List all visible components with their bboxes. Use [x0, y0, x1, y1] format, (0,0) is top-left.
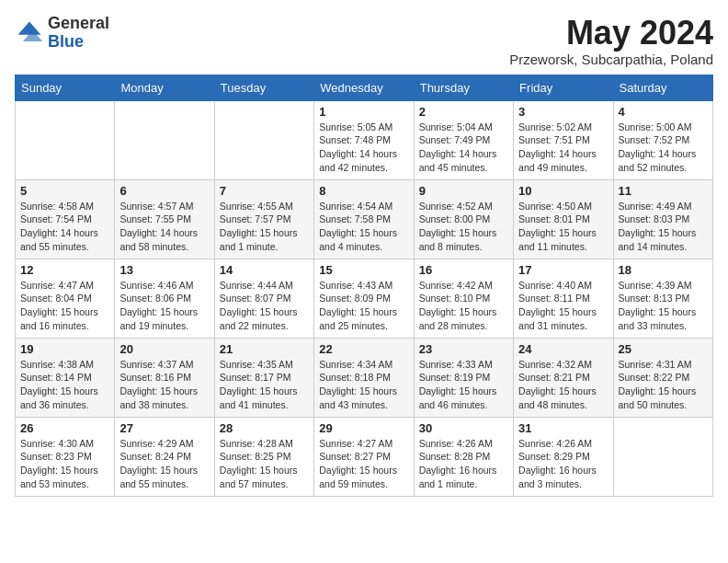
day-info: Sunrise: 4:43 AM Sunset: 8:09 PM Dayligh… — [319, 279, 408, 333]
calendar-cell: 23Sunrise: 4:33 AM Sunset: 8:19 PM Dayli… — [414, 338, 513, 417]
day-number: 24 — [518, 342, 608, 356]
day-info: Sunrise: 5:05 AM Sunset: 7:48 PM Dayligh… — [319, 121, 408, 175]
logo-blue-text: Blue — [48, 32, 84, 51]
calendar-cell: 4Sunrise: 5:00 AM Sunset: 7:52 PM Daylig… — [613, 100, 712, 179]
logo-general-text: General — [48, 14, 109, 32]
weekday-header-friday: Friday — [514, 75, 613, 100]
month-title: May 2024 — [509, 15, 713, 52]
calendar-cell: 29Sunrise: 4:27 AM Sunset: 8:27 PM Dayli… — [314, 417, 414, 496]
day-info: Sunrise: 4:50 AM Sunset: 8:01 PM Dayligh… — [518, 200, 608, 254]
day-info: Sunrise: 4:38 AM Sunset: 8:14 PM Dayligh… — [20, 358, 109, 412]
day-number: 3 — [518, 105, 608, 119]
day-info: Sunrise: 4:55 AM Sunset: 7:57 PM Dayligh… — [220, 200, 309, 254]
day-number: 17 — [518, 263, 608, 277]
day-info: Sunrise: 4:33 AM Sunset: 8:19 PM Dayligh… — [419, 358, 508, 412]
weekday-header-tuesday: Tuesday — [214, 75, 313, 100]
calendar-week-row: 12Sunrise: 4:47 AM Sunset: 8:04 PM Dayli… — [16, 259, 713, 338]
day-number: 20 — [119, 342, 209, 356]
calendar-cell: 5Sunrise: 4:58 AM Sunset: 7:54 PM Daylig… — [16, 179, 115, 259]
calendar-cell: 25Sunrise: 4:31 AM Sunset: 8:22 PM Dayli… — [613, 338, 712, 417]
day-info: Sunrise: 4:29 AM Sunset: 8:24 PM Dayligh… — [119, 437, 209, 491]
day-number: 4 — [619, 105, 708, 119]
day-number: 1 — [319, 105, 408, 119]
calendar-table: SundayMondayTuesdayWednesdayThursdayFrid… — [15, 75, 713, 497]
day-number: 5 — [20, 184, 109, 198]
calendar-cell: 11Sunrise: 4:49 AM Sunset: 8:03 PM Dayli… — [613, 179, 712, 259]
day-number: 21 — [220, 342, 309, 356]
day-number: 9 — [419, 184, 508, 198]
calendar-cell — [16, 100, 115, 179]
day-info: Sunrise: 4:49 AM Sunset: 8:03 PM Dayligh… — [619, 200, 708, 254]
day-number: 13 — [119, 263, 209, 277]
calendar-cell: 12Sunrise: 4:47 AM Sunset: 8:04 PM Dayli… — [16, 259, 115, 338]
day-number: 6 — [119, 184, 209, 198]
day-number: 23 — [419, 342, 508, 356]
day-number: 8 — [319, 184, 408, 198]
calendar-cell: 1Sunrise: 5:05 AM Sunset: 7:48 PM Daylig… — [314, 100, 414, 179]
calendar-cell: 26Sunrise: 4:30 AM Sunset: 8:23 PM Dayli… — [16, 417, 115, 496]
day-info: Sunrise: 4:52 AM Sunset: 8:00 PM Dayligh… — [419, 200, 508, 254]
day-info: Sunrise: 4:31 AM Sunset: 8:22 PM Dayligh… — [619, 358, 708, 412]
day-info: Sunrise: 4:58 AM Sunset: 7:54 PM Dayligh… — [20, 200, 109, 254]
day-info: Sunrise: 4:37 AM Sunset: 8:16 PM Dayligh… — [119, 358, 209, 412]
day-number: 22 — [319, 342, 408, 356]
day-info: Sunrise: 4:26 AM Sunset: 8:28 PM Dayligh… — [419, 437, 508, 491]
day-number: 11 — [619, 184, 708, 198]
calendar-week-row: 5Sunrise: 4:58 AM Sunset: 7:54 PM Daylig… — [16, 179, 713, 259]
logo: General Blue — [15, 15, 109, 52]
title-block: May 2024 Przeworsk, Subcarpathia, Poland — [509, 15, 713, 67]
day-number: 26 — [20, 421, 109, 435]
day-number: 28 — [220, 421, 309, 435]
day-info: Sunrise: 5:02 AM Sunset: 7:51 PM Dayligh… — [518, 121, 608, 175]
day-number: 18 — [619, 263, 708, 277]
day-info: Sunrise: 4:44 AM Sunset: 8:07 PM Dayligh… — [220, 279, 309, 333]
calendar-cell: 30Sunrise: 4:26 AM Sunset: 8:28 PM Dayli… — [414, 417, 513, 496]
calendar-cell: 8Sunrise: 4:54 AM Sunset: 7:58 PM Daylig… — [314, 179, 414, 259]
day-number: 30 — [419, 421, 508, 435]
calendar-week-row: 1Sunrise: 5:05 AM Sunset: 7:48 PM Daylig… — [16, 100, 713, 179]
day-info: Sunrise: 4:30 AM Sunset: 8:23 PM Dayligh… — [20, 437, 109, 491]
day-number: 12 — [20, 263, 109, 277]
calendar-cell: 13Sunrise: 4:46 AM Sunset: 8:06 PM Dayli… — [115, 259, 214, 338]
day-info: Sunrise: 4:34 AM Sunset: 8:18 PM Dayligh… — [319, 358, 408, 412]
calendar-cell: 28Sunrise: 4:28 AM Sunset: 8:25 PM Dayli… — [214, 417, 313, 496]
day-info: Sunrise: 4:54 AM Sunset: 7:58 PM Dayligh… — [319, 200, 408, 254]
calendar-cell: 14Sunrise: 4:44 AM Sunset: 8:07 PM Dayli… — [214, 259, 313, 338]
calendar-cell: 21Sunrise: 4:35 AM Sunset: 8:17 PM Dayli… — [214, 338, 313, 417]
day-number: 16 — [419, 263, 508, 277]
weekday-header-sunday: Sunday — [16, 75, 115, 100]
calendar-cell: 20Sunrise: 4:37 AM Sunset: 8:16 PM Dayli… — [115, 338, 214, 417]
calendar-week-row: 26Sunrise: 4:30 AM Sunset: 8:23 PM Dayli… — [16, 417, 713, 496]
day-info: Sunrise: 4:26 AM Sunset: 8:29 PM Dayligh… — [518, 437, 608, 491]
day-number: 27 — [119, 421, 209, 435]
calendar-cell: 17Sunrise: 4:40 AM Sunset: 8:11 PM Dayli… — [514, 259, 613, 338]
day-info: Sunrise: 5:00 AM Sunset: 7:52 PM Dayligh… — [619, 121, 708, 175]
day-info: Sunrise: 4:39 AM Sunset: 8:13 PM Dayligh… — [619, 279, 708, 333]
day-number: 31 — [518, 421, 608, 435]
day-info: Sunrise: 4:35 AM Sunset: 8:17 PM Dayligh… — [220, 358, 309, 412]
day-info: Sunrise: 5:04 AM Sunset: 7:49 PM Dayligh… — [419, 121, 508, 175]
weekday-header-thursday: Thursday — [414, 75, 513, 100]
weekday-header-wednesday: Wednesday — [314, 75, 414, 100]
calendar-cell — [115, 100, 214, 179]
svg-marker-0 — [18, 21, 41, 34]
day-number: 25 — [619, 342, 708, 356]
calendar-cell: 7Sunrise: 4:55 AM Sunset: 7:57 PM Daylig… — [214, 179, 313, 259]
calendar-cell: 27Sunrise: 4:29 AM Sunset: 8:24 PM Dayli… — [115, 417, 214, 496]
day-info: Sunrise: 4:27 AM Sunset: 8:27 PM Dayligh… — [319, 437, 408, 491]
day-number: 10 — [518, 184, 608, 198]
calendar-cell: 18Sunrise: 4:39 AM Sunset: 8:13 PM Dayli… — [613, 259, 712, 338]
day-info: Sunrise: 4:46 AM Sunset: 8:06 PM Dayligh… — [119, 279, 209, 333]
calendar-cell: 22Sunrise: 4:34 AM Sunset: 8:18 PM Dayli… — [314, 338, 414, 417]
location-text: Przeworsk, Subcarpathia, Poland — [509, 52, 713, 67]
day-info: Sunrise: 4:47 AM Sunset: 8:04 PM Dayligh… — [20, 279, 109, 333]
day-number: 2 — [419, 105, 508, 119]
day-number: 14 — [220, 263, 309, 277]
day-number: 19 — [20, 342, 109, 356]
day-info: Sunrise: 4:57 AM Sunset: 7:55 PM Dayligh… — [119, 200, 209, 254]
day-info: Sunrise: 4:28 AM Sunset: 8:25 PM Dayligh… — [220, 437, 309, 491]
page-header: General Blue May 2024 Przeworsk, Subcarp… — [15, 15, 713, 67]
calendar-cell: 16Sunrise: 4:42 AM Sunset: 8:10 PM Dayli… — [414, 259, 513, 338]
calendar-cell — [613, 417, 712, 496]
calendar-cell: 19Sunrise: 4:38 AM Sunset: 8:14 PM Dayli… — [16, 338, 115, 417]
